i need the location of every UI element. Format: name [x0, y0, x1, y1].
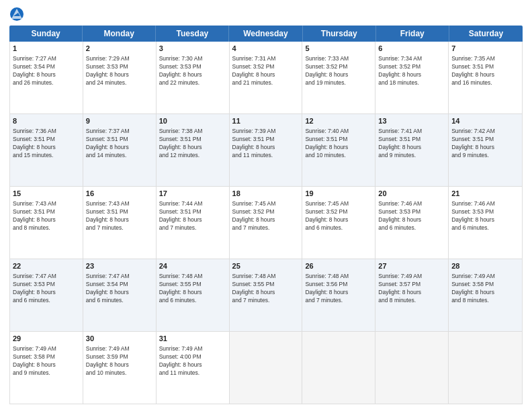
logo-text	[9, 7, 27, 21]
calendar: SundayMondayTuesdayWednesdayThursdayFrid…	[9, 26, 523, 404]
day-info: Sunrise: 7:33 AM Sunset: 3:52 PM Dayligh…	[305, 55, 349, 86]
empty-cell	[302, 332, 375, 404]
day-info: Sunrise: 7:34 AM Sunset: 3:52 PM Dayligh…	[378, 55, 422, 86]
day-info: Sunrise: 7:46 AM Sunset: 3:53 PM Dayligh…	[378, 200, 422, 231]
day-info: Sunrise: 7:49 AM Sunset: 4:00 PM Dayligh…	[159, 345, 203, 376]
day-cell-30: 30Sunrise: 7:49 AM Sunset: 3:59 PM Dayli…	[83, 332, 157, 404]
header-day-wednesday: Wednesday	[229, 26, 302, 42]
day-info: Sunrise: 7:42 AM Sunset: 3:51 PM Dayligh…	[451, 128, 495, 158]
header-day-thursday: Thursday	[303, 26, 376, 42]
day-number: 10	[159, 116, 226, 126]
day-info: Sunrise: 7:38 AM Sunset: 3:51 PM Dayligh…	[159, 128, 203, 158]
day-number: 19	[305, 189, 372, 199]
header-day-friday: Friday	[376, 26, 449, 42]
day-info: Sunrise: 7:31 AM Sunset: 3:52 PM Dayligh…	[232, 55, 276, 86]
day-cell-25: 25Sunrise: 7:48 AM Sunset: 3:55 PM Dayli…	[230, 259, 303, 331]
day-info: Sunrise: 7:45 AM Sunset: 3:52 PM Dayligh…	[305, 200, 349, 231]
day-number: 20	[378, 189, 445, 199]
day-info: Sunrise: 7:45 AM Sunset: 3:52 PM Dayligh…	[232, 200, 276, 231]
day-cell-16: 16Sunrise: 7:43 AM Sunset: 3:51 PM Dayli…	[83, 187, 157, 259]
day-info: Sunrise: 7:27 AM Sunset: 3:54 PM Dayligh…	[13, 55, 56, 86]
day-cell-26: 26Sunrise: 7:48 AM Sunset: 3:56 PM Dayli…	[302, 259, 375, 331]
day-cell-17: 17Sunrise: 7:44 AM Sunset: 3:51 PM Dayli…	[157, 187, 230, 259]
day-cell-24: 24Sunrise: 7:48 AM Sunset: 3:55 PM Dayli…	[157, 259, 230, 331]
day-cell-29: 29Sunrise: 7:49 AM Sunset: 3:58 PM Dayli…	[10, 332, 83, 404]
day-number: 27	[378, 261, 445, 271]
day-cell-11: 11Sunrise: 7:39 AM Sunset: 3:51 PM Dayli…	[230, 114, 303, 186]
day-cell-3: 3Sunrise: 7:30 AM Sunset: 3:53 PM Daylig…	[157, 42, 230, 113]
day-number: 14	[451, 116, 519, 126]
day-info: Sunrise: 7:43 AM Sunset: 3:51 PM Dayligh…	[86, 200, 130, 231]
day-number: 28	[451, 261, 519, 271]
header-day-tuesday: Tuesday	[156, 26, 229, 42]
day-number: 17	[159, 189, 226, 199]
day-info: Sunrise: 7:44 AM Sunset: 3:51 PM Dayligh…	[159, 200, 203, 231]
day-cell-27: 27Sunrise: 7:49 AM Sunset: 3:57 PM Dayli…	[375, 259, 449, 331]
day-number: 23	[86, 261, 153, 271]
day-number: 22	[13, 261, 80, 271]
day-cell-13: 13Sunrise: 7:41 AM Sunset: 3:51 PM Dayli…	[375, 114, 449, 186]
calendar-row-0: 1Sunrise: 7:27 AM Sunset: 3:54 PM Daylig…	[10, 42, 522, 114]
empty-cell	[449, 332, 522, 404]
day-number: 6	[378, 44, 445, 54]
day-number: 4	[232, 44, 300, 54]
day-number: 24	[159, 261, 226, 271]
day-number: 3	[159, 44, 226, 54]
empty-cell	[375, 332, 449, 404]
day-info: Sunrise: 7:30 AM Sunset: 3:53 PM Dayligh…	[159, 55, 203, 86]
day-cell-22: 22Sunrise: 7:47 AM Sunset: 3:53 PM Dayli…	[10, 259, 83, 331]
day-number: 16	[86, 189, 153, 199]
day-number: 13	[378, 116, 445, 126]
day-info: Sunrise: 7:46 AM Sunset: 3:53 PM Dayligh…	[451, 200, 495, 231]
header-day-monday: Monday	[83, 26, 156, 42]
day-number: 29	[13, 334, 80, 344]
day-number: 15	[13, 189, 80, 199]
day-cell-21: 21Sunrise: 7:46 AM Sunset: 3:53 PM Dayli…	[449, 187, 522, 259]
day-cell-1: 1Sunrise: 7:27 AM Sunset: 3:54 PM Daylig…	[10, 42, 83, 113]
day-info: Sunrise: 7:49 AM Sunset: 3:58 PM Dayligh…	[451, 273, 495, 304]
day-number: 7	[451, 44, 519, 54]
calendar-row-3: 22Sunrise: 7:47 AM Sunset: 3:53 PM Dayli…	[10, 259, 522, 332]
day-info: Sunrise: 7:40 AM Sunset: 3:51 PM Dayligh…	[305, 128, 349, 158]
day-info: Sunrise: 7:41 AM Sunset: 3:51 PM Dayligh…	[378, 128, 422, 158]
empty-cell	[230, 332, 303, 404]
day-info: Sunrise: 7:49 AM Sunset: 3:59 PM Dayligh…	[86, 345, 130, 376]
day-cell-19: 19Sunrise: 7:45 AM Sunset: 3:52 PM Dayli…	[302, 187, 375, 259]
day-number: 30	[86, 334, 153, 344]
day-number: 9	[86, 116, 153, 126]
header-day-saturday: Saturday	[449, 26, 523, 42]
day-info: Sunrise: 7:48 AM Sunset: 3:56 PM Dayligh…	[305, 273, 349, 304]
calendar-row-4: 29Sunrise: 7:49 AM Sunset: 3:58 PM Dayli…	[10, 332, 522, 404]
day-info: Sunrise: 7:35 AM Sunset: 3:51 PM Dayligh…	[451, 55, 495, 86]
day-info: Sunrise: 7:49 AM Sunset: 3:57 PM Dayligh…	[378, 273, 422, 304]
day-number: 25	[232, 261, 300, 271]
day-cell-10: 10Sunrise: 7:38 AM Sunset: 3:51 PM Dayli…	[157, 114, 230, 186]
header	[9, 7, 523, 21]
day-cell-6: 6Sunrise: 7:34 AM Sunset: 3:52 PM Daylig…	[375, 42, 449, 113]
day-info: Sunrise: 7:36 AM Sunset: 3:51 PM Dayligh…	[13, 128, 56, 158]
day-info: Sunrise: 7:29 AM Sunset: 3:53 PM Dayligh…	[86, 55, 130, 86]
day-number: 8	[13, 116, 80, 126]
day-info: Sunrise: 7:47 AM Sunset: 3:53 PM Dayligh…	[13, 273, 56, 304]
day-number: 1	[13, 44, 80, 54]
day-info: Sunrise: 7:49 AM Sunset: 3:58 PM Dayligh…	[13, 345, 56, 376]
day-number: 21	[451, 189, 519, 199]
day-info: Sunrise: 7:48 AM Sunset: 3:55 PM Dayligh…	[159, 273, 203, 304]
day-info: Sunrise: 7:39 AM Sunset: 3:51 PM Dayligh…	[232, 128, 276, 158]
day-cell-12: 12Sunrise: 7:40 AM Sunset: 3:51 PM Dayli…	[302, 114, 375, 186]
day-number: 12	[305, 116, 372, 126]
logo-icon	[9, 7, 24, 21]
calendar-row-2: 15Sunrise: 7:43 AM Sunset: 3:51 PM Dayli…	[10, 187, 522, 259]
day-cell-14: 14Sunrise: 7:42 AM Sunset: 3:51 PM Dayli…	[449, 114, 522, 186]
day-number: 18	[232, 189, 300, 199]
day-number: 11	[232, 116, 300, 126]
day-number: 26	[305, 261, 372, 271]
day-info: Sunrise: 7:43 AM Sunset: 3:51 PM Dayligh…	[13, 200, 56, 231]
day-cell-15: 15Sunrise: 7:43 AM Sunset: 3:51 PM Dayli…	[10, 187, 83, 259]
day-number: 2	[86, 44, 153, 54]
day-cell-7: 7Sunrise: 7:35 AM Sunset: 3:51 PM Daylig…	[449, 42, 522, 113]
header-day-sunday: Sunday	[9, 26, 83, 42]
calendar-body: 1Sunrise: 7:27 AM Sunset: 3:54 PM Daylig…	[9, 42, 523, 404]
day-info: Sunrise: 7:37 AM Sunset: 3:51 PM Dayligh…	[86, 128, 130, 158]
day-number: 5	[305, 44, 372, 54]
